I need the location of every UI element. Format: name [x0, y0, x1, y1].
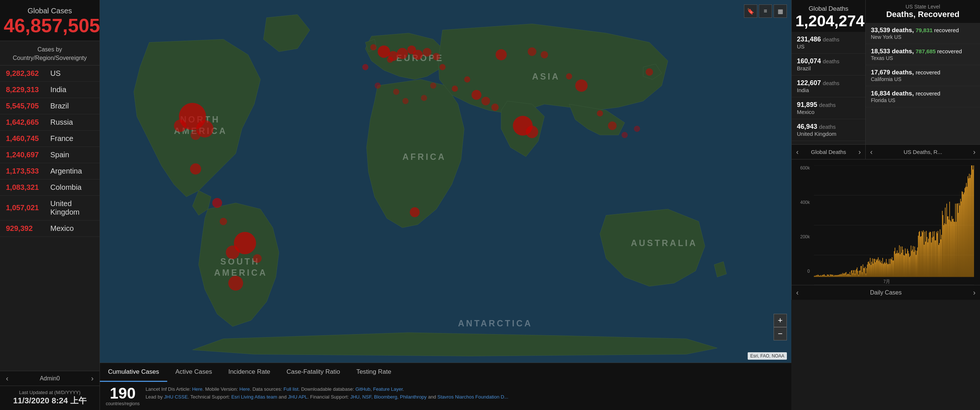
svg-point-43 [597, 110, 603, 116]
qr-button[interactable]: ▦ [773, 5, 787, 18]
svg-point-44 [393, 89, 399, 95]
svg-rect-151 [880, 262, 880, 277]
zoom-in-button[interactable]: + [773, 314, 787, 327]
country-list-item[interactable]: 1,057,021United Kingdom [0, 196, 100, 220]
svg-rect-218 [929, 233, 929, 277]
us-state-list-item[interactable]: 17,679 deaths, recoveredCalifornia US [866, 65, 980, 86]
svg-point-45 [402, 98, 409, 104]
svg-rect-86 [833, 275, 833, 277]
svg-rect-214 [926, 231, 926, 277]
deaths-list-item[interactable]: 122,607 deathsIndia [792, 75, 865, 97]
deaths-nav-next[interactable]: › [858, 148, 861, 156]
svg-rect-134 [868, 262, 868, 277]
svg-rect-278 [973, 169, 973, 277]
svg-rect-163 [889, 259, 889, 277]
y-label-400k: 400k [800, 200, 810, 205]
deaths-list-item[interactable]: 160,074 deathsBrazil [792, 54, 865, 75]
svg-rect-77 [826, 276, 826, 277]
chart-nav: ‹ Daily Cases › [792, 285, 980, 300]
svg-rect-97 [841, 274, 841, 277]
y-axis-labels: 600k 400k 200k 0 [792, 165, 812, 274]
country-list-item[interactable]: 1,642,665Russia [0, 114, 100, 131]
stavros-link[interactable]: Stavros Niarchos Foundation D... [437, 394, 508, 400]
svg-rect-246 [949, 202, 950, 277]
svg-rect-220 [931, 232, 931, 277]
svg-point-41 [491, 104, 499, 111]
cases-by-label: Cases byCountry/Region/Sovereignty [0, 41, 100, 65]
nav-prev-button[interactable]: ‹ [6, 374, 8, 383]
svg-rect-209 [922, 232, 923, 277]
svg-rect-270 [967, 187, 967, 277]
svg-rect-261 [960, 199, 961, 277]
svg-rect-233 [940, 230, 940, 277]
svg-rect-183 [904, 255, 904, 277]
country-list-item[interactable]: 8,229,313India [0, 82, 100, 98]
country-list-item[interactable]: 9,282,362US [0, 65, 100, 82]
jhu-apl-link[interactable]: JHU APL [288, 394, 307, 400]
svg-rect-258 [958, 213, 959, 277]
svg-point-23 [433, 53, 440, 60]
tab-cumulative-cases[interactable]: Cumulative Cases [100, 363, 167, 382]
svg-text:AUSTRALIA: AUSTRALIA [631, 238, 697, 248]
svg-rect-64 [817, 275, 817, 277]
us-state-list-item[interactable]: 33,539 deaths, 79,831 recoveredNew York … [866, 23, 980, 44]
full-list-link[interactable]: Full list [283, 386, 298, 392]
us-state-list: 33,539 deaths, 79,831 recoveredNew York … [866, 23, 980, 144]
us-state-list-item[interactable]: 18,533 deaths, 787,685 recoveredTexas US [866, 44, 980, 65]
here-link-1[interactable]: Here [192, 386, 202, 392]
us-nav-next[interactable]: › [973, 148, 975, 156]
deaths-list-item[interactable]: 91,895 deathsMexico [792, 97, 865, 119]
svg-point-40 [464, 76, 471, 83]
map-container[interactable]: 🔖 ≡ ▦ [100, 0, 791, 363]
tab-active-cases[interactable]: Active Cases [167, 363, 220, 382]
list-button[interactable]: ≡ [759, 5, 772, 18]
svg-rect-69 [821, 275, 821, 277]
jhu-csse-link[interactable]: JHU CSSE [164, 394, 188, 400]
svg-point-30 [541, 51, 548, 59]
country-list-item[interactable]: 5,545,705Brazil [0, 98, 100, 114]
svg-rect-115 [854, 270, 854, 277]
svg-rect-216 [928, 242, 928, 277]
nav-next-button[interactable]: › [91, 374, 94, 383]
map-tabs: Cumulative Cases Active Cases Incidence … [100, 363, 791, 382]
country-list-item[interactable]: 929,392Mexico [0, 220, 100, 237]
tab-incidence-rate[interactable]: Incidence Rate [220, 363, 278, 382]
svg-rect-167 [892, 257, 892, 277]
svg-point-34 [575, 80, 587, 92]
chart-nav-next[interactable]: › [973, 288, 975, 297]
tab-testing-rate[interactable]: Testing Rate [348, 363, 399, 382]
deaths-list-item[interactable]: 46,943 deathsUnited Kingdom [792, 119, 865, 141]
country-list-item[interactable]: 1,240,697Spain [0, 147, 100, 163]
feature-layer-link[interactable]: Feature Layer [373, 386, 402, 392]
svg-point-25 [526, 126, 538, 138]
deaths-list-item[interactable]: 33,050 deaths... [792, 141, 865, 144]
country-list-item[interactable]: 1,083,321Colombia [0, 179, 100, 196]
deaths-list-item[interactable]: 231,486 deathsUS [792, 32, 865, 54]
svg-rect-89 [835, 275, 835, 277]
svg-rect-206 [920, 237, 920, 277]
svg-rect-225 [934, 231, 934, 277]
us-state-list-item[interactable]: 16,834 deaths, recoveredFlorida US [866, 86, 980, 107]
svg-rect-150 [879, 260, 880, 277]
github-link[interactable]: GitHub [356, 386, 370, 392]
svg-rect-140 [872, 258, 872, 277]
zoom-out-button[interactable]: − [773, 327, 787, 340]
us-nav-prev[interactable]: ‹ [870, 148, 873, 156]
svg-point-37 [387, 57, 393, 63]
here-link-2[interactable]: Here [239, 386, 250, 392]
deaths-nav-prev[interactable]: ‹ [796, 148, 799, 156]
svg-rect-156 [884, 263, 884, 277]
esri-link[interactable]: Esri Living Atlas team [231, 394, 277, 400]
svg-rect-81 [829, 276, 829, 277]
svg-rect-133 [867, 265, 867, 277]
bookmark-button[interactable]: 🔖 [744, 5, 757, 18]
svg-rect-111 [851, 271, 851, 277]
chart-area: 600k 400k 200k 0 [792, 160, 980, 285]
country-list-item[interactable]: 1,173,533Argentina [0, 163, 100, 179]
tab-case-fatality-ratio[interactable]: Case-Fatality Ratio [278, 363, 348, 382]
world-map-svg: NORTH AMERICA SOUTH AMERICA EUROPE AFRIC… [100, 0, 791, 363]
chart-nav-prev[interactable]: ‹ [796, 288, 799, 297]
svg-rect-264 [963, 192, 963, 277]
bloomberg-link[interactable]: JHU, NSF, Bloomberg, Philanthropy [350, 394, 427, 400]
country-list-item[interactable]: 1,460,745France [0, 131, 100, 147]
